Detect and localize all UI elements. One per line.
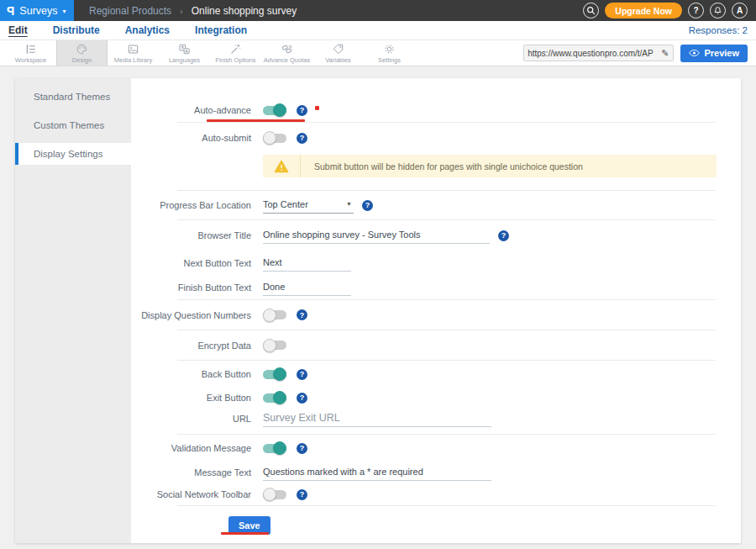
page-background: Standard Themes Custom Themes Display Se… xyxy=(0,66,756,549)
warning-text: Submit button will be hidden for pages w… xyxy=(301,161,583,172)
top-header: P Surveys ▾ Regional Products › Online s… xyxy=(0,0,756,21)
upgrade-now-button[interactable]: Upgrade Now xyxy=(605,3,682,18)
tool-settings[interactable]: Settings xyxy=(364,40,415,66)
avatar[interactable]: A xyxy=(732,3,748,18)
chevron-down-icon: ▾ xyxy=(63,8,66,15)
progress-bar-location-select[interactable]: Top Center ▼ xyxy=(263,198,354,214)
message-text-row: Message Text xyxy=(131,462,741,483)
help-icon[interactable]: ? xyxy=(297,133,307,144)
browser-title-row: Browser Title ? xyxy=(131,220,741,251)
survey-nav: Edit Distribute Analytics Integration Re… xyxy=(0,21,756,40)
tool-finish-options[interactable]: Finish Options xyxy=(210,40,261,66)
social-network-toolbar-toggle[interactable] xyxy=(263,490,286,499)
browser-title-label: Browser Title xyxy=(131,230,263,240)
notifications-button[interactable] xyxy=(710,3,726,18)
auto-advance-toggle[interactable] xyxy=(263,106,286,115)
help-icon[interactable]: ? xyxy=(297,443,307,454)
exit-url-label: URL xyxy=(131,414,263,424)
tool-languages[interactable]: Languages xyxy=(159,40,210,66)
section-divider xyxy=(177,505,716,506)
next-button-text-row: Next Button Text xyxy=(131,251,741,276)
preview-button[interactable]: Preview xyxy=(680,45,748,62)
edit-url-icon[interactable]: ✎ xyxy=(657,48,673,59)
encrypt-data-row: Encrypt Data xyxy=(131,330,741,360)
responses-count[interactable]: Responses: 2 xyxy=(689,25,748,35)
image-icon xyxy=(127,43,139,55)
nav-tab-edit[interactable]: Edit xyxy=(8,24,28,36)
finish-button-text-input[interactable] xyxy=(263,280,351,296)
browser-title-input[interactable] xyxy=(263,228,490,244)
nav-tab-analytics[interactable]: Analytics xyxy=(125,24,170,36)
submit-warning-banner: Submit button will be hidden for pages w… xyxy=(263,155,717,177)
tool-advance-quotas[interactable]: Advance Quotas xyxy=(261,40,312,66)
warning-triangle-icon xyxy=(274,160,289,173)
progress-bar-location-row: Progress Bar Location Top Center ▼ ? xyxy=(131,191,741,219)
help-icon[interactable]: ? xyxy=(498,230,509,241)
toggle-knob xyxy=(273,367,286,381)
selected-value: Top Center xyxy=(263,199,308,209)
display-settings-panel: Standard Themes Custom Themes Display Se… xyxy=(15,78,741,543)
survey-url-box: ✎ xyxy=(523,45,674,61)
eye-icon xyxy=(689,49,700,57)
toggle-knob xyxy=(273,391,286,404)
help-icon[interactable]: ? xyxy=(297,369,307,380)
survey-url-input[interactable] xyxy=(524,49,657,58)
help-icon[interactable]: ? xyxy=(297,489,307,500)
breadcrumb-parent[interactable]: Regional Products xyxy=(89,5,171,17)
encrypt-data-toggle[interactable] xyxy=(263,340,286,350)
nav-tab-distribute[interactable]: Distribute xyxy=(53,24,100,36)
validation-message-toggle[interactable] xyxy=(263,444,286,453)
message-text-label: Message Text xyxy=(131,467,263,478)
annotation-red-dot xyxy=(315,106,319,110)
exit-button-label: Exit Button xyxy=(131,393,263,403)
encrypt-data-label: Encrypt Data xyxy=(131,340,263,351)
help-icon[interactable]: ? xyxy=(362,200,373,211)
search-button[interactable] xyxy=(583,3,599,18)
next-button-text-input[interactable] xyxy=(263,256,351,272)
display-question-numbers-toggle[interactable] xyxy=(263,310,286,319)
tool-variables[interactable]: Variables xyxy=(312,40,364,66)
tool-media-library[interactable]: Media Library xyxy=(108,40,159,66)
tag-icon xyxy=(332,43,344,55)
questionpro-logo: P xyxy=(7,4,14,18)
themes-sidebar: Standard Themes Custom Themes Display Se… xyxy=(15,78,131,543)
toggle-knob xyxy=(263,131,276,145)
product-name: Surveys xyxy=(19,5,57,17)
help-icon[interactable]: ? xyxy=(297,105,307,116)
annotation-underline-save xyxy=(221,532,269,535)
toggle-knob xyxy=(273,103,286,117)
finish-button-text-row: Finish Button Text xyxy=(131,276,741,299)
social-network-toolbar-row: Social Network Toolbar ? xyxy=(131,483,741,505)
search-icon xyxy=(586,6,596,15)
exit-url-input[interactable] xyxy=(263,411,491,427)
social-network-toolbar-label: Social Network Toolbar xyxy=(131,489,263,499)
nav-tab-integration[interactable]: Integration xyxy=(195,24,247,36)
finish-button-text-label: Finish Button Text xyxy=(131,282,263,293)
toggle-knob xyxy=(263,488,276,501)
sidebar-item-standard-themes[interactable]: Standard Themes xyxy=(15,86,131,108)
breadcrumb: Regional Products › Online shopping surv… xyxy=(74,0,583,21)
preview-label: Preview xyxy=(704,48,739,58)
auto-submit-toggle[interactable] xyxy=(263,134,286,143)
help-icon[interactable]: ? xyxy=(297,393,307,404)
sidebar-item-custom-themes[interactable]: Custom Themes xyxy=(15,114,131,136)
breadcrumb-current: Online shopping survey xyxy=(192,5,297,17)
exit-button-toggle[interactable] xyxy=(263,393,286,403)
tool-workspace[interactable]: Workspace xyxy=(5,40,56,66)
back-button-toggle[interactable] xyxy=(263,370,286,379)
sidebar-item-display-settings[interactable]: Display Settings xyxy=(15,143,131,165)
progress-bar-location-label: Progress Bar Location xyxy=(131,200,263,210)
tool-design[interactable]: Design xyxy=(56,40,108,66)
message-text-input[interactable] xyxy=(263,465,491,481)
palette-icon xyxy=(76,43,88,55)
surveys-menu[interactable]: P Surveys ▾ xyxy=(0,0,74,21)
display-question-numbers-row: Display Question Numbers ? xyxy=(131,300,741,330)
header-actions: Upgrade Now ? A xyxy=(583,0,756,21)
bell-icon xyxy=(713,6,722,15)
help-menu-button[interactable]: ? xyxy=(688,3,704,18)
back-button-row: Back Button ? xyxy=(131,361,741,388)
toggle-knob xyxy=(273,441,286,455)
exit-url-row: URL xyxy=(131,408,741,430)
help-icon[interactable]: ? xyxy=(297,309,307,320)
gear-icon xyxy=(383,43,396,55)
